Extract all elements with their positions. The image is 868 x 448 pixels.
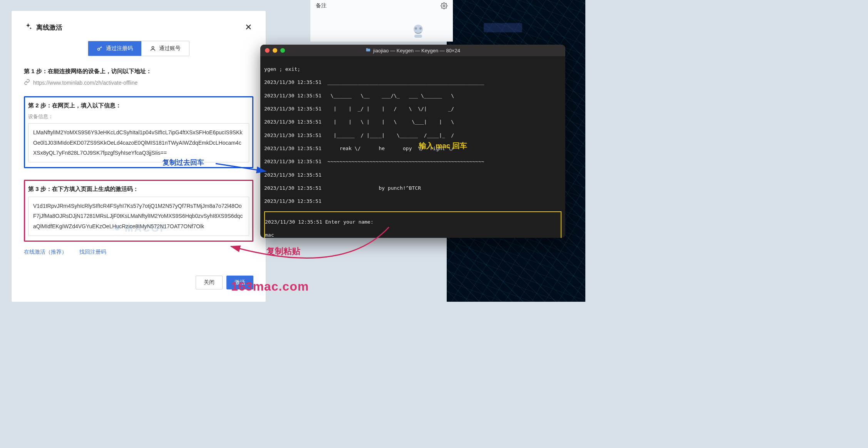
footer-links: 在线激活（推荐） 找回注册码: [24, 249, 253, 256]
close-button[interactable]: 关闭: [196, 276, 223, 289]
term-line: 2023/11/30 12:35:51: [264, 172, 561, 178]
svg-rect-4: [414, 35, 422, 38]
svg-point-3: [419, 27, 422, 30]
notes-panel: 备注: [310, 0, 453, 42]
gear-icon[interactable]: [441, 2, 447, 11]
annotation-input-mac: 输入 mac 回车: [419, 141, 467, 151]
step1-title: 第 1 步：在能连接网络的设备上，访问以下地址：: [24, 68, 253, 75]
term-line: 2023/11/30 12:35:51 | | \ | | \ \___| | …: [264, 119, 561, 125]
term-line: mac: [265, 232, 561, 238]
link-online-activation[interactable]: 在线激活（推荐）: [24, 249, 67, 256]
maximize-window-icon[interactable]: [280, 48, 285, 53]
close-window-icon[interactable]: [265, 48, 270, 53]
step2-title: 第 2 步：在网页上，填入以下信息：: [28, 102, 249, 109]
highlight-enter-name: 2023/11/30 12:35:51 Enter your name: mac: [264, 211, 561, 238]
tab-by-account[interactable]: 通过账号: [141, 41, 189, 56]
close-icon[interactable]: ✕: [243, 22, 253, 32]
term-line: 2023/11/30 12:35:51 \______ \__ ___/\_ _…: [264, 92, 561, 99]
watermark-robot: [409, 22, 427, 40]
terminal-title: jiaojiao — Keygen — Keygen — 80×24: [260, 47, 565, 54]
svg-point-2: [415, 27, 417, 30]
brand-watermark: 163mac.com: [231, 279, 309, 294]
term-line: 2023/11/30 12:35:51 |______ / |____| \__…: [264, 132, 561, 139]
term-line: 2023/11/30 12:35:51 ~~~~~~~~~~~~~~~~~~~~…: [264, 158, 561, 165]
device-info-box[interactable]: LMaNftylIM2YoMXS9S6Y9JeHKcLdCSyhItal1p04…: [28, 123, 249, 162]
svg-point-7: [114, 225, 120, 230]
dialog-actions: 关闭 激活: [24, 276, 253, 289]
dialog-title: 离线激活: [36, 23, 62, 32]
terminal-window: jiaojiao — Keygen — Keygen — 80×24 ygen …: [260, 45, 565, 238]
link-icon: [24, 79, 30, 86]
watermark-badge: [484, 23, 522, 32]
tab-account-label: 通过账号: [159, 45, 181, 52]
url-row: https://www.tominlab.com/zh/activate-off…: [24, 79, 253, 86]
activation-mode-toggle: 通过注册码 通过账号: [24, 41, 253, 56]
annotation-copy-paste: 复制粘贴: [266, 246, 300, 257]
device-info-label: 设备信息：: [28, 113, 249, 120]
folder-icon: [365, 47, 371, 54]
term-line: 2023/11/30 12:35:51 by punch!^BTCR: [264, 185, 561, 191]
svg-point-5: [98, 48, 100, 50]
offline-activation-dialog: 离线激活 ✕ 通过注册码 通过账号 第 1 步：在能连接网络的设备上，访问以下地…: [12, 11, 266, 302]
annotation-copy-enter: 复制过去回车: [163, 158, 204, 167]
term-line: 2023/11/30 12:35:51 ____________________…: [264, 79, 561, 85]
term-line: 2023/11/30 12:35:51 reak \/ he opy \/ ri…: [264, 145, 561, 152]
step2-section: 第 2 步：在网页上，填入以下信息： 设备信息： LMaNftylIM2YoMX…: [24, 96, 253, 168]
link-retrieve-code[interactable]: 找回注册码: [79, 249, 106, 256]
activation-url[interactable]: https://www.tominlab.com/zh/activate-off…: [33, 80, 137, 86]
dialog-title-wrap: 离线激活: [24, 22, 62, 32]
svg-point-8: [115, 226, 117, 228]
dialog-header: 离线激活 ✕: [24, 22, 253, 32]
svg-point-1: [414, 25, 423, 34]
notes-label: 备注: [316, 2, 327, 9]
svg-point-9: [118, 226, 119, 228]
term-line: 2023/11/30 12:35:51 | | _/ | | / \ \/| _…: [264, 105, 561, 112]
term-line: 2023/11/30 12:35:51: [264, 198, 561, 204]
terminal-titlebar[interactable]: jiaojiao — Keygen — Keygen — 80×24: [260, 45, 565, 56]
minimize-window-icon[interactable]: [273, 48, 277, 53]
term-line: ygen ; exit;: [264, 66, 561, 72]
terminal-body[interactable]: ygen ; exit; 2023/11/30 12:35:51 _______…: [260, 56, 565, 238]
svg-point-0: [443, 5, 445, 7]
watermark-text: MACGF: [112, 222, 167, 234]
sparkle-icon: [24, 22, 32, 32]
step3-title: 第 3 步：在下方填入页面上生成的激活码：: [28, 186, 249, 193]
tab-by-code[interactable]: 通过注册码: [88, 41, 141, 56]
window-controls: [265, 48, 285, 53]
tab-code-label: 通过注册码: [106, 45, 133, 52]
term-line: 2023/11/30 12:35:51 Enter your name:: [265, 219, 561, 225]
svg-point-6: [152, 47, 154, 48]
